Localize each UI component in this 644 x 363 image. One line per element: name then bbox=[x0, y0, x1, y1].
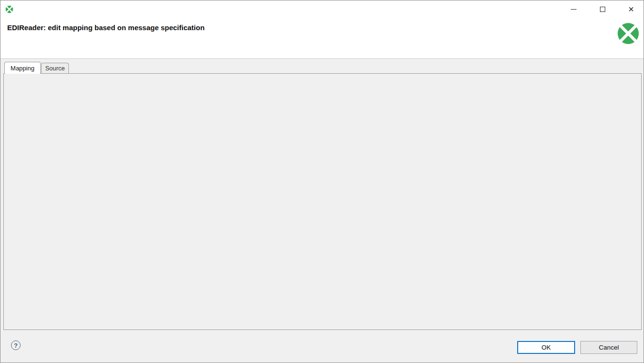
tab-source-label: Source bbox=[45, 65, 65, 72]
maximize-icon bbox=[600, 7, 605, 12]
tab-mapping-label: Mapping bbox=[11, 65, 34, 72]
tab-source[interactable]: Source bbox=[41, 63, 69, 73]
minimize-icon bbox=[571, 9, 577, 10]
app-icon bbox=[5, 5, 13, 13]
close-icon: × bbox=[628, 4, 634, 14]
maximize-button[interactable] bbox=[593, 2, 612, 16]
cancel-label: Cancel bbox=[599, 344, 619, 351]
tab-mapping[interactable]: Mapping bbox=[4, 62, 41, 74]
help-button[interactable]: ? bbox=[11, 340, 21, 350]
cancel-button[interactable]: Cancel bbox=[580, 341, 637, 354]
close-button[interactable]: × bbox=[622, 2, 641, 16]
question-mark-icon: ? bbox=[14, 342, 18, 349]
minimize-button[interactable] bbox=[564, 2, 583, 16]
tab-content-panel bbox=[3, 73, 642, 330]
ok-label: OK bbox=[542, 344, 551, 351]
dialog-window: × EDIReader: edit mapping based on messa… bbox=[0, 0, 644, 363]
ok-button[interactable]: OK bbox=[517, 341, 575, 354]
clover-logo-icon bbox=[617, 23, 639, 45]
page-title: EDIReader: edit mapping based on message… bbox=[7, 23, 205, 32]
